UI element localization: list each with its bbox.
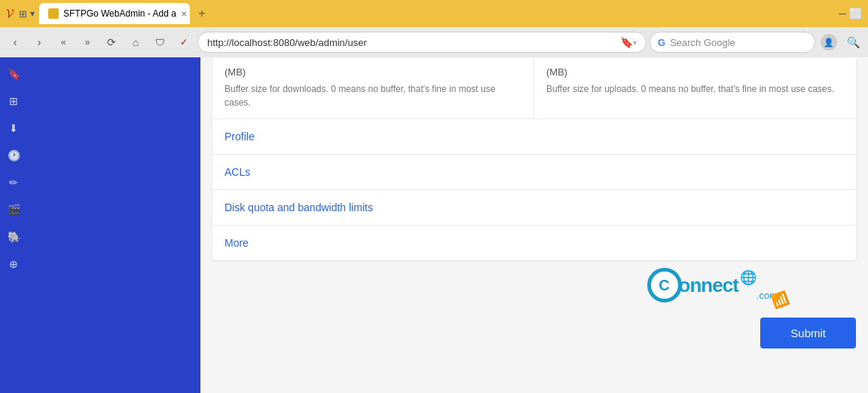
window-controls: 𝓥 ⊞ ▾ [6, 7, 35, 20]
home-button[interactable]: ⌂ [125, 32, 146, 53]
section-disk-quota-title: Disk quota and bandwidth limits [225, 201, 373, 213]
main-content-area: (MB) Buffer size for downloads. 0 means … [200, 57, 868, 393]
sidebar-add[interactable]: ⊕ [3, 253, 24, 275]
buffer-download-label: (MB) [225, 66, 521, 78]
tab-close-button[interactable]: ✕ [181, 10, 187, 18]
vivaldi-sidebar: 🔖 ⊞ ⬇ 🕐 ✏ 🎬 🐘 ⊕ [0, 57, 27, 393]
browser-logo: 𝓥 [6, 7, 13, 20]
back-button[interactable]: ‹ [5, 32, 26, 53]
section-acls[interactable]: ACLs [212, 155, 856, 190]
buffer-upload-cell: (MB) Buffer size for uploads. 0 means no… [534, 57, 856, 118]
form-container: (MB) Buffer size for downloads. 0 means … [212, 57, 856, 260]
address-bar[interactable]: http://localhost:8080/web/admin/user 🔖 ▾ [197, 32, 646, 53]
profile-icon[interactable]: 👤 [818, 32, 839, 53]
connect-c-circle: C [647, 268, 682, 302]
logo-area: C onnect 🌐 .com 📶 [200, 260, 868, 305]
browser-content: 🔖 ⊞ ⬇ 🕐 ✏ 🎬 🐘 ⊕ (MB) Buffer size for dow… [0, 57, 868, 393]
submit-area: Submit [200, 305, 868, 361]
sidebar-bookmarks[interactable]: 🔖 [3, 63, 24, 84]
globe-icon: 🌐 [740, 269, 756, 286]
address-text: http://localhost:8080/web/admin/user [207, 37, 617, 48]
browser-toolbar: ‹ › « » ⟳ ⌂ 🛡 ✓ http://localhost:8080/we… [0, 27, 868, 57]
reload-button[interactable]: ⟳ [101, 32, 122, 53]
minimize-button[interactable]: ─ [839, 8, 846, 20]
buffer-upload-label: (MB) [546, 66, 844, 78]
section-acls-title: ACLs [225, 166, 250, 178]
forward-button[interactable]: › [29, 32, 50, 53]
google-icon: G [658, 37, 665, 48]
stack-icon: ⊞ [19, 8, 27, 20]
title-bar: 𝓥 ⊞ ▾ SFTPGo WebAdmin - Add a ✕ + ─ ⬜ [0, 0, 868, 27]
tab-bar: SFTPGo WebAdmin - Add a ✕ + [39, 3, 834, 24]
more-back-button[interactable]: « [53, 32, 74, 53]
restore-button[interactable]: ⬜ [849, 8, 862, 20]
connect-logo: C onnect 🌐 .com [647, 268, 778, 302]
app-left-panel [27, 57, 200, 393]
search-placeholder-text: Search Google [670, 37, 735, 48]
search-bar[interactable]: G Search Google [649, 32, 815, 53]
new-tab-button[interactable]: + [193, 5, 211, 23]
form-wrapper: (MB) Buffer size for downloads. 0 means … [200, 57, 868, 373]
sidebar-captures[interactable]: 🎬 [3, 199, 24, 220]
sidebar-history[interactable]: 🕐 [3, 145, 24, 166]
shield-icon: 🛡 [149, 32, 170, 53]
window-action-controls: ─ ⬜ [839, 8, 862, 20]
section-profile[interactable]: Profile [212, 119, 856, 155]
sidebar-mastodon[interactable]: 🐘 [3, 226, 24, 247]
section-disk-quota[interactable]: Disk quota and bandwidth limits [212, 190, 856, 226]
vivaldi-check-icon: ✓ [173, 32, 194, 53]
more-forward-button[interactable]: » [77, 32, 98, 53]
chevron-down-icon[interactable]: ▾ [30, 8, 35, 19]
bookmark-icon[interactable]: 🔖 [620, 36, 633, 48]
section-more[interactable]: More [212, 226, 856, 260]
buffer-download-desc: Buffer size for downloads. 0 means no bu… [225, 82, 521, 109]
buffer-row: (MB) Buffer size for downloads. 0 means … [212, 57, 856, 119]
extension-icon[interactable]: 🔍 [842, 32, 863, 53]
section-profile-title: Profile [225, 130, 255, 143]
sidebar-notes[interactable]: ✏ [3, 172, 24, 193]
submit-button[interactable]: Submit [760, 318, 856, 348]
buffer-upload-desc: Buffer size for uploads. 0 means no buff… [546, 82, 844, 96]
section-more-title: More [225, 237, 249, 249]
sidebar-downloads[interactable]: ⬇ [3, 118, 24, 139]
tab-label: SFTPGo WebAdmin - Add a [63, 8, 176, 19]
connect-text: onnect [679, 274, 738, 297]
dropdown-icon[interactable]: ▾ [633, 38, 637, 47]
sidebar-tabs[interactable]: ⊞ [3, 91, 24, 112]
tab-favicon [48, 8, 59, 19]
active-tab[interactable]: SFTPGo WebAdmin - Add a ✕ [39, 3, 190, 24]
buffer-download-cell: (MB) Buffer size for downloads. 0 means … [212, 57, 534, 118]
